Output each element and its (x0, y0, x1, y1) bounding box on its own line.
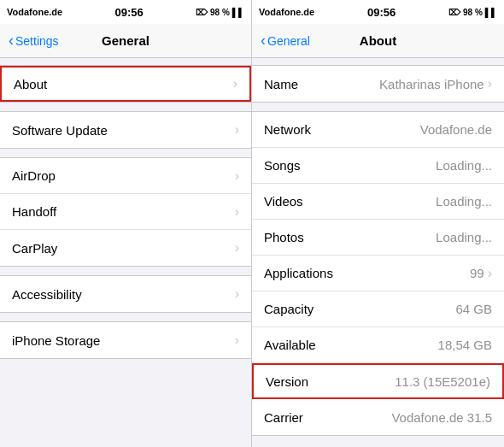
right-back-button[interactable]: ‹ General (261, 32, 310, 50)
left-group-3: AirDrop › Handoff › CarPlay › (0, 157, 251, 267)
bluetooth-icon: ⌦ (196, 8, 208, 17)
available-label: Available (264, 338, 316, 352)
airdrop-label: AirDrop (12, 168, 56, 183)
left-group-5: iPhone Storage › (0, 321, 251, 359)
left-group-4: Accessibility › (0, 275, 251, 313)
accessibility-chevron: › (235, 286, 239, 302)
software-update-label: Software Update (12, 123, 108, 138)
right-battery-icon: 98 % (463, 8, 483, 17)
name-value: Katharinas iPhone (379, 77, 484, 91)
battery-icon: 98 % (210, 8, 230, 17)
capacity-item: Capacity 64 GB (252, 291, 504, 327)
right-signal-icon: ▌▌ (485, 8, 497, 17)
left-nav-title: General (102, 33, 149, 48)
version-label: Version (266, 374, 308, 389)
left-carrier: Vodafone.de (7, 7, 62, 17)
photos-label: Photos (264, 230, 304, 244)
network-value: Vodafone.de (420, 122, 492, 137)
left-group-2: Software Update › (0, 111, 251, 149)
right-status-bar: Vodafone.de 09:56 ⌦ 98 % ▌▌ (252, 0, 504, 24)
applications-item[interactable]: Applications 99 › (252, 256, 504, 291)
left-back-label: Settings (15, 34, 59, 48)
right-detail-group: Network Vodafone.de Songs Loading... Vid… (252, 111, 504, 436)
carrier-label: Carrier (264, 410, 303, 425)
right-back-label: General (267, 34, 310, 48)
applications-value: 99 (470, 266, 484, 280)
accessibility-item[interactable]: Accessibility › (0, 276, 251, 312)
left-group-1: About › (0, 65, 251, 103)
carplay-item[interactable]: CarPlay › (0, 230, 251, 266)
name-item[interactable]: Name Katharinas iPhone › (252, 66, 504, 102)
carplay-chevron: › (235, 240, 239, 256)
left-time: 09:56 (114, 6, 143, 19)
songs-label: Songs (264, 158, 301, 173)
left-back-chevron: ‹ (9, 32, 14, 50)
videos-label: Videos (264, 194, 303, 209)
about-chevron: › (233, 76, 237, 91)
right-bluetooth-icon: ⌦ (448, 8, 460, 17)
right-carrier: Vodafone.de (259, 7, 314, 17)
iphone-storage-item[interactable]: iPhone Storage › (0, 322, 251, 358)
airdrop-chevron: › (235, 168, 239, 184)
songs-item: Songs Loading... (252, 148, 504, 184)
software-update-item[interactable]: Software Update › (0, 112, 251, 148)
photos-value: Loading... (436, 230, 492, 244)
available-value: 18,54 GB (438, 338, 492, 352)
accessibility-label: Accessibility (12, 287, 82, 302)
carrier-value: Vodafone.de 31.5 (391, 410, 492, 425)
photos-item: Photos Loading... (252, 220, 504, 256)
left-nav-bar: ‹ Settings General (0, 24, 251, 58)
videos-item: Videos Loading... (252, 184, 504, 220)
capacity-value: 64 GB (455, 302, 492, 316)
available-item: Available 18,54 GB (252, 327, 504, 363)
right-status-icons: ⌦ 98 % ▌▌ (448, 8, 497, 17)
carplay-label: CarPlay (12, 241, 57, 256)
right-back-chevron: ‹ (261, 32, 266, 50)
handoff-chevron: › (235, 204, 239, 220)
version-value: 11.3 (15E5201e) (395, 374, 490, 389)
name-chevron: › (488, 76, 492, 91)
signal-icon: ▌▌ (232, 8, 244, 17)
left-panel: Vodafone.de 09:56 ⌦ 98 % ▌▌ ‹ Settings G… (0, 0, 252, 447)
network-label: Network (264, 122, 311, 137)
about-item[interactable]: About › (0, 66, 251, 102)
songs-value: Loading... (436, 158, 492, 173)
iphone-storage-label: iPhone Storage (12, 333, 100, 348)
handoff-item[interactable]: Handoff › (0, 194, 251, 230)
about-label: About (14, 77, 47, 91)
videos-value: Loading... (436, 194, 492, 209)
software-update-chevron: › (235, 122, 239, 138)
carrier-item: Carrier Vodafone.de 31.5 (252, 399, 504, 435)
right-nav-bar: ‹ General About (252, 24, 504, 58)
handoff-label: Handoff (12, 204, 56, 219)
airdrop-item[interactable]: AirDrop › (0, 158, 251, 194)
right-nav-title: About (360, 33, 396, 48)
capacity-label: Capacity (264, 302, 314, 316)
name-value-container: Katharinas iPhone › (379, 76, 492, 91)
iphone-storage-chevron: › (235, 332, 239, 348)
network-item: Network Vodafone.de (252, 112, 504, 148)
applications-value-container: 99 › (470, 266, 492, 281)
left-status-bar: Vodafone.de 09:56 ⌦ 98 % ▌▌ (0, 0, 251, 24)
left-back-button[interactable]: ‹ Settings (9, 32, 59, 50)
applications-label: Applications (264, 266, 333, 280)
right-name-group: Name Katharinas iPhone › (252, 65, 504, 103)
right-time: 09:56 (367, 6, 396, 19)
applications-chevron: › (488, 266, 492, 281)
right-panel: Vodafone.de 09:56 ⌦ 98 % ▌▌ ‹ General Ab… (252, 0, 504, 447)
version-item: Version 11.3 (15E5201e) (252, 363, 504, 399)
left-status-icons: ⌦ 98 % ▌▌ (196, 8, 244, 17)
name-label: Name (264, 77, 298, 91)
